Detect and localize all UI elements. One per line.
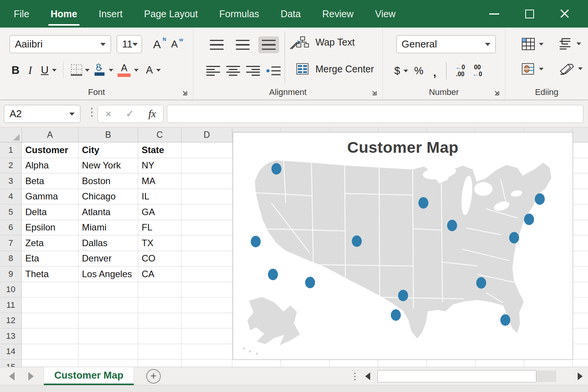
row-header[interactable]: 13 — [0, 328, 22, 344]
map-marker[interactable] — [305, 277, 315, 288]
menu-review[interactable]: Review — [322, 6, 354, 22]
sheet-cell[interactable]: Zeta — [22, 235, 78, 251]
column-header-d[interactable]: D — [181, 127, 232, 142]
sheet-cell[interactable]: State — [138, 142, 181, 158]
sheet-cell[interactable] — [78, 313, 138, 329]
map-marker[interactable] — [500, 314, 510, 326]
sheet-cell[interactable] — [573, 359, 588, 367]
sheet-cell[interactable] — [181, 297, 232, 313]
map-marker[interactable] — [251, 236, 261, 247]
scroll-right-icon[interactable] — [578, 372, 583, 380]
sheet-cell[interactable]: New York — [78, 158, 138, 174]
row-header[interactable]: 10 — [0, 282, 22, 298]
number-format-combo[interactable]: General — [396, 35, 496, 53]
sheet-cell[interactable] — [181, 158, 232, 174]
format-as-table-button[interactable] — [521, 38, 544, 51]
previous-sheet-icon[interactable] — [9, 372, 15, 381]
align-bottom-button[interactable] — [258, 36, 279, 53]
insert-cells-button[interactable] — [521, 62, 544, 76]
next-sheet-icon[interactable] — [28, 372, 34, 381]
sheet-cell[interactable] — [138, 282, 181, 298]
align-left-icon[interactable] — [206, 66, 220, 76]
add-sheet-button[interactable]: + — [146, 369, 161, 384]
menu-view[interactable]: View — [374, 6, 397, 22]
sheet-cell[interactable] — [573, 344, 588, 360]
sheet-cell[interactable] — [573, 328, 588, 344]
sheet-cell[interactable] — [573, 266, 588, 282]
row-header[interactable]: 2 — [0, 158, 22, 174]
sheet-cell[interactable]: Boston — [78, 173, 138, 189]
sheet-cell[interactable] — [573, 142, 588, 158]
fill-color-button[interactable] — [92, 63, 113, 77]
scrollbar-thumb[interactable] — [377, 370, 536, 382]
sheet-cell[interactable]: CO — [138, 251, 181, 267]
sheet-cell[interactable] — [22, 313, 78, 329]
align-center-icon[interactable] — [226, 66, 240, 76]
row-header[interactable]: 3 — [0, 173, 22, 189]
underline-button[interactable]: U — [38, 64, 57, 76]
number-dialog-launcher-icon[interactable] — [493, 90, 500, 96]
sheet-cell[interactable] — [138, 359, 181, 367]
sort-filter-button[interactable] — [559, 38, 581, 50]
sheet-cell[interactable]: TX — [138, 235, 181, 251]
sheet-cell[interactable] — [181, 313, 232, 329]
column-header-a[interactable]: A — [22, 127, 78, 142]
sheet-cell[interactable]: Customer — [22, 142, 78, 158]
sheet-cell[interactable]: Chicago — [78, 189, 138, 205]
sheet-cell[interactable] — [573, 189, 588, 205]
sheet-cell[interactable] — [78, 328, 138, 344]
sheet-cell[interactable]: GA — [138, 204, 181, 220]
currency-button[interactable]: $ — [394, 65, 408, 77]
sheet-cell[interactable]: Alpha — [22, 158, 78, 174]
clear-button[interactable] — [559, 62, 583, 75]
font-dialog-launcher-icon[interactable] — [181, 90, 188, 96]
sheet-cell[interactable] — [22, 297, 78, 313]
sheet-cell[interactable] — [181, 282, 232, 298]
sheet-cell[interactable] — [524, 359, 573, 367]
menu-page-layout[interactable]: Page Layout — [143, 6, 198, 22]
sheet-cell[interactable] — [573, 173, 588, 189]
sheet-cell[interactable] — [78, 359, 138, 367]
sheet-cell[interactable] — [181, 344, 232, 360]
sheet-cell[interactable] — [181, 328, 232, 344]
sheet-cell[interactable] — [138, 297, 181, 313]
menu-data[interactable]: Data — [280, 6, 302, 22]
column-header-b[interactable]: B — [78, 127, 138, 142]
map-marker[interactable] — [447, 220, 457, 231]
sheet-cell[interactable]: Epsilon — [22, 220, 78, 236]
sheet-cell[interactable] — [427, 359, 475, 367]
map-marker[interactable] — [398, 290, 408, 301]
sheet-cell[interactable]: Dallas — [78, 235, 138, 251]
sheet-cell[interactable] — [181, 189, 232, 205]
customer-map-chart[interactable]: Customer Map — [233, 132, 573, 360]
insert-function-button[interactable]: fx — [149, 108, 156, 120]
sheet-cell[interactable]: Beta — [22, 173, 78, 189]
font-color-button[interactable]: A — [116, 63, 139, 77]
sheet-cell[interactable] — [138, 344, 181, 360]
sheet-cell[interactable] — [22, 359, 78, 367]
sheet-cell[interactable] — [330, 359, 378, 367]
map-marker[interactable] — [271, 163, 281, 175]
map-marker[interactable] — [391, 309, 401, 321]
italic-button[interactable]: I — [25, 64, 35, 77]
row-header[interactable]: 1 — [0, 142, 22, 158]
sheet-cell[interactable] — [573, 297, 588, 313]
increase-font-size-button[interactable]: AN — [153, 38, 165, 51]
map-marker[interactable] — [352, 235, 362, 247]
percent-button[interactable]: % — [410, 65, 427, 77]
sheet-cell[interactable] — [181, 173, 232, 189]
sheet-cell[interactable] — [181, 235, 232, 251]
sheet-cell[interactable]: FL — [138, 220, 181, 236]
sheet-cell[interactable]: Denver — [78, 251, 138, 267]
sheet-cell[interactable] — [181, 359, 232, 367]
menu-insert[interactable]: Insert — [98, 6, 124, 22]
align-right-icon[interactable] — [246, 66, 260, 76]
sheet-cell[interactable] — [573, 313, 588, 329]
borders-button[interactable] — [70, 64, 90, 77]
clear-format-button[interactable]: A — [144, 64, 161, 76]
sheet-cell[interactable] — [573, 235, 588, 251]
row-header[interactable]: 9 — [0, 266, 22, 282]
sheet-tab-customer-map[interactable]: Customer Map — [44, 367, 134, 385]
font-size-combo[interactable]: 11 — [117, 35, 142, 53]
map-marker[interactable] — [509, 232, 519, 243]
